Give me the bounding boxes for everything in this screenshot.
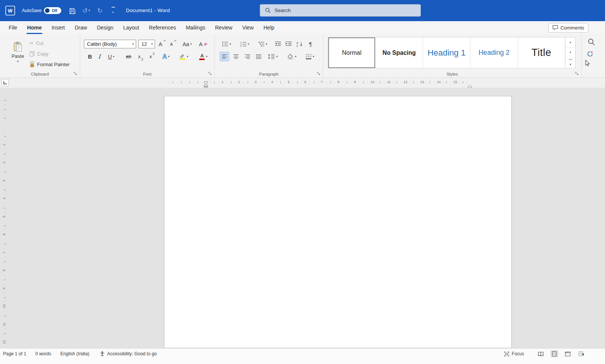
print-layout-button[interactable] xyxy=(551,350,558,357)
language-indicator[interactable]: English (India) xyxy=(60,351,89,356)
save-button[interactable] xyxy=(68,7,76,15)
align-center-icon xyxy=(233,54,239,59)
autosave-toggle[interactable]: Off xyxy=(44,7,61,14)
redo-button[interactable]: ↻ xyxy=(96,6,104,15)
tab-label: Layout xyxy=(123,25,139,31)
tab-insert[interactable]: Insert xyxy=(47,21,70,34)
text-effects-button[interactable]: A ▾ xyxy=(160,52,172,61)
justify-button[interactable] xyxy=(254,52,263,61)
numbering-button[interactable]: 123 ▾ xyxy=(236,40,253,48)
chevron-down-icon: ▾ xyxy=(168,55,169,58)
tab-label: References xyxy=(149,25,176,31)
style-title[interactable]: Title xyxy=(518,37,565,68)
copy-label: Copy xyxy=(37,51,48,57)
tab-home[interactable]: Home xyxy=(22,21,47,34)
focus-icon xyxy=(504,352,509,356)
decrease-indent-button[interactable] xyxy=(273,40,282,48)
bold-button[interactable]: B xyxy=(85,52,95,61)
document-page[interactable] xyxy=(164,96,512,348)
bullets-button[interactable]: ▾ xyxy=(218,40,235,48)
styles-more-button[interactable]: ▾ xyxy=(566,58,575,68)
cut-label: Cut xyxy=(36,40,43,46)
strikethrough-button[interactable]: ab xyxy=(123,52,134,61)
styles-scroll-down-button[interactable]: ▾ xyxy=(566,48,575,58)
line-spacing-button[interactable]: ▾ xyxy=(265,52,281,61)
grow-font-button[interactable]: A xyxy=(157,40,168,48)
subscript-button[interactable]: x 2 xyxy=(136,52,145,61)
search-box[interactable]: Search xyxy=(260,4,421,17)
clear-formatting-glyph: A xyxy=(199,41,202,47)
style-normal[interactable]: Normal xyxy=(328,37,375,68)
web-layout-button[interactable] xyxy=(564,351,572,357)
font-dialog-launcher[interactable] xyxy=(208,71,213,76)
tab-layout[interactable]: Layout xyxy=(118,21,144,34)
read-mode-button[interactable] xyxy=(537,351,545,357)
tab-design[interactable]: Design xyxy=(92,21,118,34)
text-highlight-color-button[interactable]: ▾ xyxy=(175,52,192,61)
ribbon-tab-bar: File Home Insert Draw Design Layout Refe… xyxy=(0,21,605,34)
clear-formatting-button[interactable]: A xyxy=(197,40,209,48)
format-painter-brush-icon xyxy=(29,61,35,67)
tab-view[interactable]: View xyxy=(237,21,259,34)
copy-icon xyxy=(29,51,35,57)
font-color-button[interactable]: A ▾ xyxy=(195,52,212,61)
paste-button[interactable]: Paste ▾ xyxy=(9,37,26,68)
paragraph-dialog-launcher[interactable] xyxy=(316,71,321,76)
clipboard-dialog-launcher[interactable] xyxy=(73,71,78,76)
tab-mailings[interactable]: Mailings xyxy=(181,21,210,34)
word-count[interactable]: 0 words xyxy=(35,351,51,356)
change-case-button[interactable]: Aa ▾ xyxy=(180,40,195,48)
focus-button[interactable]: Focus xyxy=(504,351,524,356)
tab-selector-button[interactable] xyxy=(2,79,9,86)
show-hide-formatting-button[interactable]: ¶ xyxy=(306,40,315,48)
partially-visible-ribbon-icon[interactable] xyxy=(586,50,594,57)
page-indicator[interactable]: Page 1 of 1 xyxy=(3,351,26,356)
cut-button[interactable]: ✂ Cut xyxy=(29,39,43,47)
italic-glyph: I xyxy=(98,53,101,60)
status-extra-icon[interactable] xyxy=(577,350,585,357)
comment-icon xyxy=(552,25,558,30)
justify-icon xyxy=(256,54,262,59)
underline-button[interactable]: U ▾ xyxy=(104,52,118,61)
style-heading-2[interactable]: Heading 2 xyxy=(470,37,518,68)
comments-button[interactable]: Comments xyxy=(548,23,588,33)
format-painter-button[interactable]: Format Painter xyxy=(29,60,70,68)
chevron-down-icon: ▾ xyxy=(313,55,314,58)
tab-review[interactable]: Review xyxy=(210,21,237,34)
align-right-button[interactable] xyxy=(242,52,252,61)
copy-button[interactable]: Copy xyxy=(29,50,48,58)
styles-dialog-launcher[interactable] xyxy=(574,71,579,76)
sort-button[interactable]: AZ xyxy=(294,40,304,48)
save-icon xyxy=(69,8,76,14)
superscript-button[interactable]: x 2 xyxy=(147,52,157,61)
multilevel-list-button[interactable]: ▾ xyxy=(254,40,271,48)
increase-indent-button[interactable] xyxy=(284,40,293,48)
word-logo-icon[interactable]: W xyxy=(5,5,16,16)
styles-scroll-up-button[interactable]: ▴ xyxy=(566,37,575,48)
chevron-down-icon: ▾ xyxy=(206,55,207,58)
tab-help[interactable]: Help xyxy=(259,21,279,34)
font-size-combobox[interactable]: 12 ▾ xyxy=(138,40,155,48)
tab-file[interactable]: File xyxy=(4,21,22,34)
caret-down-icon xyxy=(174,40,177,42)
shading-button[interactable]: ▾ xyxy=(284,52,300,61)
align-left-icon xyxy=(222,54,228,59)
customize-quick-access-toolbar-button[interactable]: ▾ xyxy=(110,8,116,14)
tab-draw[interactable]: Draw xyxy=(70,21,92,34)
style-heading-1[interactable]: Heading 1 xyxy=(423,37,470,68)
align-center-button[interactable] xyxy=(231,52,240,61)
align-left-button[interactable] xyxy=(220,52,229,61)
chevron-down-icon: ▾ xyxy=(569,51,571,54)
font-name-combobox[interactable]: Calibri (Body) ▾ xyxy=(84,40,136,48)
accessibility-status[interactable]: Accessibility: Good to go xyxy=(100,351,157,356)
style-no-spacing[interactable]: No Spacing xyxy=(375,37,423,68)
undo-button[interactable]: ↺ ▾ xyxy=(81,6,92,15)
styles-group: Normal No Spacing Heading 1 Heading 2 Ti… xyxy=(323,34,582,77)
tab-references[interactable]: References xyxy=(144,21,181,34)
find-button[interactable] xyxy=(587,37,596,46)
tab-label: View xyxy=(242,25,254,31)
italic-button[interactable]: I xyxy=(96,52,103,61)
borders-button[interactable]: ▾ xyxy=(302,52,318,61)
font-group: Calibri (Body) ▾ 12 ▾ A A Aa ▾ A xyxy=(80,34,215,77)
shrink-font-button[interactable]: A xyxy=(168,40,178,48)
